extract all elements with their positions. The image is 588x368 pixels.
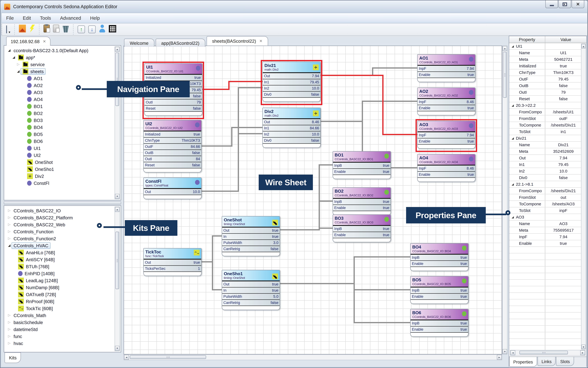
kit-item-ccontrols-function[interactable]: ▷CControls_Function bbox=[5, 228, 114, 235]
wire-segment[interactable] bbox=[280, 229, 319, 230]
block-constfl[interactable]: ConstFltypes::ConstFloatOut10.0 bbox=[143, 177, 202, 199]
layout-view-button[interactable] bbox=[6, 26, 7, 33]
block-slot-row[interactable]: Outtrue bbox=[222, 281, 280, 287]
nav-item-ui2[interactable]: UI2 bbox=[5, 152, 114, 158]
nav-item-ao2[interactable]: AO2 bbox=[5, 82, 114, 89]
sedona-logo-button[interactable] bbox=[19, 25, 26, 34]
expanded-expander-icon[interactable]: ◢ bbox=[16, 69, 20, 73]
property-row[interactable]: NameUI1 bbox=[509, 50, 581, 56]
kits-scroll-up-button[interactable]: ▲ bbox=[115, 207, 119, 212]
block-slot-row[interactable]: Div0false bbox=[263, 138, 320, 144]
block-slot-row[interactable]: Enabletrue bbox=[418, 172, 475, 178]
property-row[interactable]: ◢UI1 bbox=[509, 43, 581, 50]
menu-tools[interactable]: Tools bbox=[36, 16, 55, 20]
block-slot-row[interactable]: PulseWidth5.0 bbox=[222, 294, 280, 300]
block-bo2[interactable]: BO2CControls_BASC22_IO::BO2InpBtrueEnabl… bbox=[333, 187, 391, 215]
wire-segment[interactable] bbox=[319, 164, 333, 166]
property-row[interactable]: Resetfalse bbox=[509, 96, 581, 102]
block-slot-row[interactable]: Out8.46 bbox=[263, 119, 320, 125]
nav-tab-close-icon[interactable]: ✕ bbox=[43, 39, 46, 43]
block-slot-row[interactable]: InpBtrue bbox=[411, 287, 468, 294]
property-row[interactable]: ToSlotin1 bbox=[509, 129, 581, 135]
props-vscrollbar[interactable]: ▲ ▼ bbox=[581, 44, 586, 350]
paste-button[interactable] bbox=[44, 25, 50, 34]
nav-item-sheets[interactable]: ◢sheets bbox=[5, 68, 114, 75]
wire-segment[interactable] bbox=[202, 191, 238, 192]
wire-segment[interactable] bbox=[212, 235, 213, 262]
property-row[interactable]: In179.45 bbox=[509, 161, 581, 168]
block-div21[interactable]: Div21math::Div2÷Out7.94In179.45In210.0Di… bbox=[262, 62, 321, 102]
wire-segment[interactable] bbox=[212, 261, 213, 290]
block-ao2[interactable]: AO2CControls_BASC22_IO::AO2InpF8.46Enabl… bbox=[417, 87, 476, 115]
block-slot-row[interactable]: Enabletrue bbox=[411, 294, 468, 300]
menu-file[interactable]: File bbox=[2, 16, 18, 20]
kits-scroll-thumb[interactable] bbox=[115, 232, 119, 289]
user-session-button[interactable] bbox=[99, 25, 106, 34]
block-slot-row[interactable]: InpBtrue bbox=[411, 320, 468, 327]
wire-segment[interactable] bbox=[372, 67, 417, 69]
property-row[interactable]: Initializedtrue bbox=[509, 63, 581, 69]
props-hscroll-thumb[interactable] bbox=[519, 351, 568, 354]
kit-item-ccontrols-basc22-io[interactable]: ▷CControls_BASC22_IO bbox=[5, 207, 114, 214]
props-hscrollbar[interactable]: ◄ ► bbox=[510, 350, 586, 356]
collapsed-expander-icon[interactable]: ▷ bbox=[7, 327, 11, 331]
property-row[interactable]: Meta755695617 bbox=[509, 227, 581, 234]
wire-segment[interactable] bbox=[353, 256, 355, 284]
kits-bottom-tab[interactable]: Kits bbox=[5, 352, 21, 363]
expanded-expander-icon[interactable]: ◢ bbox=[512, 104, 514, 107]
collapsed-expander-icon[interactable]: ▷ bbox=[7, 209, 11, 212]
wire-segment[interactable] bbox=[319, 164, 320, 230]
block-slot-row[interactable]: Enabletrue bbox=[418, 105, 475, 111]
wire-segment[interactable] bbox=[238, 87, 262, 88]
kit-item-hvac[interactable]: ▷hvac bbox=[5, 340, 114, 347]
tab-welcome[interactable]: Welcome bbox=[124, 39, 154, 47]
nav-item-service[interactable]: ▷service bbox=[5, 61, 114, 68]
property-row[interactable]: FromCompo/sheets/Div21 bbox=[509, 188, 581, 194]
wire-segment[interactable] bbox=[362, 101, 363, 122]
property-row[interactable]: ToSlotinpF bbox=[509, 207, 581, 214]
expanded-expander-icon[interactable]: ◢ bbox=[512, 45, 514, 48]
block-bo3[interactable]: BO3CControls_BASC22_IO::BO3InpBtrueEnabl… bbox=[333, 214, 391, 242]
expanded-expander-icon[interactable]: ◢ bbox=[7, 244, 11, 247]
nav-item-bo3[interactable]: BO3 bbox=[5, 117, 114, 124]
expanded-expander-icon[interactable]: ◢ bbox=[512, 137, 514, 140]
nav-item-oneshot[interactable]: OneShot bbox=[5, 158, 114, 166]
block-onesho1[interactable]: OneSho1timing::OneShotOuttrueIntruePulse… bbox=[222, 270, 280, 310]
props-scroll-left-button[interactable]: ◄ bbox=[510, 350, 515, 355]
wire-segment[interactable] bbox=[321, 75, 383, 76]
block-slot-row[interactable]: CanRetrigfalse bbox=[222, 300, 280, 306]
block-slot-row[interactable]: CanRetrigfalse bbox=[222, 246, 280, 252]
nav-item-bo6[interactable]: BO6 bbox=[5, 138, 114, 145]
canvas-hscrollbar[interactable]: ◄ ► bbox=[124, 354, 502, 360]
collapsed-expander-icon[interactable]: ▷ bbox=[7, 223, 11, 226]
collapsed-expander-icon[interactable]: ▷ bbox=[7, 313, 11, 317]
collapsed-expander-icon[interactable]: ▷ bbox=[16, 62, 20, 66]
block-slot-row[interactable]: OutI79 bbox=[145, 99, 202, 106]
kit-item-oatrueb-72b-[interactable]: OATrueB [72B] bbox=[5, 291, 114, 298]
block-slot-row[interactable]: InpBtrue bbox=[333, 163, 390, 169]
canvas-scroll-right-button[interactable]: ► bbox=[497, 355, 502, 360]
tab-app-bascontrol22-[interactable]: app(BAScontrol22) bbox=[155, 39, 205, 47]
nav-scrollbar[interactable]: ▲ ▼ bbox=[115, 46, 120, 199]
block-bo4[interactable]: BO4CControls_BASC22_IO::BO4InpBtrueEnabl… bbox=[410, 243, 469, 271]
property-row[interactable]: In210.0 bbox=[509, 168, 581, 175]
block-bo1[interactable]: BO1CControls_BASC22_IO::BO1InpBtrueEnabl… bbox=[333, 151, 391, 179]
canvas-scroll-down-button[interactable]: ▼ bbox=[503, 349, 507, 354]
canvas-vscroll-thumb[interactable] bbox=[503, 52, 507, 98]
nav-item-ao1[interactable]: AO1 bbox=[5, 75, 114, 82]
property-row[interactable]: FromCompo/sheets/UI1 bbox=[509, 109, 581, 115]
wire-segment[interactable] bbox=[280, 283, 354, 284]
wire-segment[interactable] bbox=[354, 289, 410, 290]
block-slot-row[interactable]: Enabletrue bbox=[418, 138, 475, 145]
block-slot-row[interactable]: OutI84 bbox=[144, 156, 201, 162]
block-slot-row[interactable]: Intrue bbox=[222, 287, 280, 294]
property-row[interactable]: InpF7.94 bbox=[509, 234, 581, 240]
wire-segment[interactable] bbox=[229, 81, 262, 82]
layout-view-dropdown-icon[interactable]: ▾ bbox=[9, 30, 10, 35]
property-row[interactable]: NameAO3 bbox=[509, 221, 581, 227]
collapsed-expander-icon[interactable]: ▷ bbox=[7, 230, 11, 233]
expanded-expander-icon[interactable]: ◢ bbox=[11, 55, 16, 59]
kit-item-antiscy-64b-[interactable]: AntiSCY [64B] bbox=[5, 256, 114, 263]
property-row[interactable]: ChnTypeThm10KT3 bbox=[509, 69, 581, 76]
property-row[interactable]: ◢22.1->8.1 bbox=[509, 181, 581, 188]
